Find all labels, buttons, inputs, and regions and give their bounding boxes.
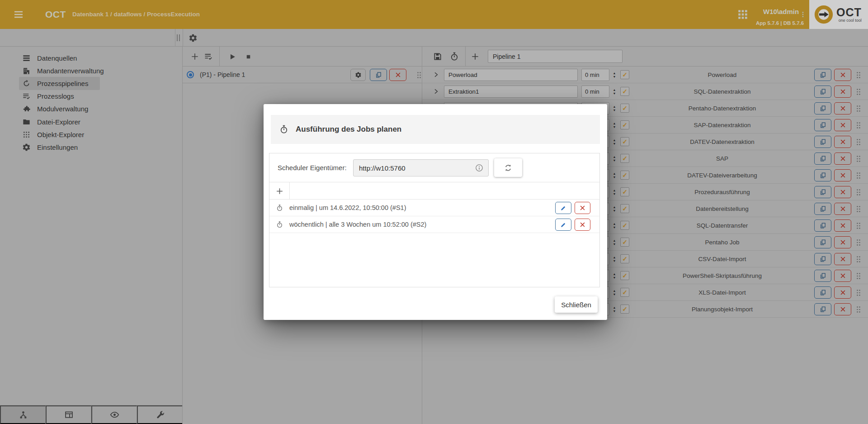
close-x-icon xyxy=(580,206,585,210)
stopwatch-icon xyxy=(276,204,283,212)
add-schedule-button[interactable] xyxy=(269,182,290,200)
sync-icon xyxy=(506,164,511,171)
schedule-description: einmalig | um 14.6.2022, 10:50:00 (#S1) xyxy=(289,200,406,216)
refresh-scheduler-button[interactable] xyxy=(494,158,522,177)
schedule-list: einmalig | um 14.6.2022, 10:50:00 (#S1) … xyxy=(269,200,599,233)
scheduler-owner-label: Scheduler Eigentümer: xyxy=(278,153,347,182)
schedule-job-dialog: Ausführung des Jobs planen Scheduler Eig… xyxy=(264,104,607,320)
scheduler-owner-row: Scheduler Eigentümer: xyxy=(269,153,599,182)
edit-schedule-button[interactable] xyxy=(555,202,571,214)
scheduler-owner-input[interactable] xyxy=(353,159,489,176)
schedule-row: einmalig | um 14.6.2022, 10:50:00 (#S1) xyxy=(269,200,599,216)
oct-app-window: OCT Datenbank 1 / dataflows / ProcessExe… xyxy=(0,0,868,424)
close-x-icon xyxy=(580,223,585,227)
dialog-header: Ausführung des Jobs planen xyxy=(271,115,600,144)
schedule-list-header xyxy=(269,182,599,200)
close-dialog-button[interactable]: Schließen xyxy=(555,296,598,313)
stopwatch-icon xyxy=(276,221,283,229)
info-icon[interactable] xyxy=(475,163,484,172)
schedule-table: Scheduler Eigentümer: einmalig | um 14.6… xyxy=(269,153,600,287)
dialog-title: Ausführung des Jobs planen xyxy=(296,125,401,134)
stopwatch-icon xyxy=(281,126,287,133)
schedule-description: wöchentlich | alle 3 Wochen um 10:52:00 … xyxy=(289,216,426,233)
pencil-icon xyxy=(561,206,565,210)
pencil-icon xyxy=(561,223,565,227)
edit-schedule-button[interactable] xyxy=(555,219,571,231)
delete-schedule-button[interactable] xyxy=(575,219,590,231)
add-icon xyxy=(277,188,283,194)
schedule-row: wöchentlich | alle 3 Wochen um 10:52:00 … xyxy=(269,216,599,233)
delete-schedule-button[interactable] xyxy=(575,202,590,214)
